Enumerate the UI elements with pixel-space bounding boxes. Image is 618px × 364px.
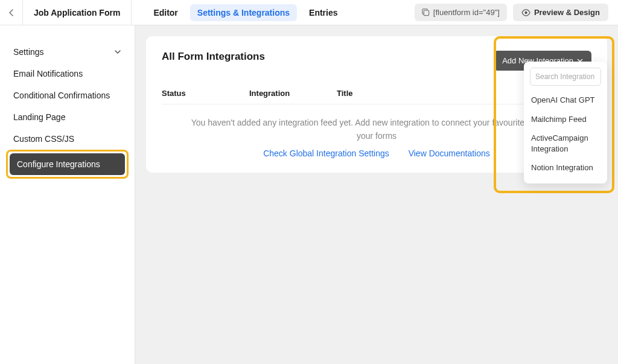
preview-design-button[interactable]: Preview & Design	[513, 4, 608, 21]
sidebar-item-landing-page[interactable]: Landing Page	[6, 106, 129, 128]
sidebar-item-label: Email Notifications	[13, 69, 83, 78]
tab-editor[interactable]: Editor	[146, 4, 185, 21]
tab-entries[interactable]: Entries	[302, 4, 345, 21]
top-bar: Job Application Form Editor Settings & I…	[0, 0, 618, 25]
sidebar-item-label: Settings	[13, 47, 44, 57]
sidebar: Settings Email Notifications Conditional…	[0, 25, 135, 364]
col-status: Status	[162, 89, 249, 98]
dropdown-item-notion[interactable]: Notion Integration	[530, 158, 601, 177]
preview-label: Preview & Design	[534, 8, 600, 17]
copy-icon	[422, 8, 430, 16]
chevron-down-icon	[114, 49, 121, 54]
sidebar-item-custom-css-js[interactable]: Custom CSS/JS	[6, 128, 129, 150]
sidebar-item-email-notifications[interactable]: Email Notifications	[6, 63, 129, 85]
sidebar-item-settings[interactable]: Settings	[6, 41, 129, 63]
header-tabs: Editor Settings & Integrations Entries	[132, 4, 414, 21]
link-global-settings[interactable]: Check Global Integration Settings	[263, 148, 389, 158]
sidebar-item-label: Custom CSS/JS	[13, 134, 74, 144]
svg-point-1	[524, 11, 527, 13]
svg-rect-0	[424, 10, 428, 15]
panel-title: All Form Integrations	[162, 51, 265, 63]
shortcode-box[interactable]: [fluentform id="49"]	[415, 4, 507, 21]
dropdown-item-activecampaign[interactable]: ActiveCampaign Integration	[530, 129, 601, 158]
eye-icon	[521, 9, 530, 16]
link-documentations[interactable]: View Documentations	[409, 148, 490, 158]
dropdown-item-mailchimp[interactable]: Mailchimp Feed	[530, 110, 601, 129]
main-area: All Form Integrations Add New Integratio…	[135, 25, 618, 364]
dropdown-item-openai[interactable]: OpenAI Chat GPT	[530, 91, 601, 110]
sidebar-item-label: Configure Integrations	[17, 159, 100, 169]
col-integration: Integration	[249, 89, 337, 98]
sidebar-item-configure-integrations[interactable]: Configure Integrations	[6, 150, 129, 179]
form-name: Job Application Form	[23, 0, 132, 25]
shortcode-text: [fluentform id="49"]	[433, 8, 500, 17]
tab-settings-integrations[interactable]: Settings & Integrations	[190, 4, 297, 21]
back-button[interactable]	[0, 0, 23, 25]
search-integration-input[interactable]	[530, 68, 601, 86]
sidebar-item-label: Conditional Confirmations	[13, 91, 110, 100]
content-wrap: Settings Email Notifications Conditional…	[0, 25, 618, 364]
sidebar-item-label: Landing Page	[13, 112, 65, 122]
integration-dropdown: OpenAI Chat GPT Mailchimp Feed ActiveCam…	[524, 62, 607, 184]
sidebar-item-conditional-confirmations[interactable]: Conditional Confirmations	[6, 85, 129, 106]
chevron-left-icon	[8, 8, 14, 17]
